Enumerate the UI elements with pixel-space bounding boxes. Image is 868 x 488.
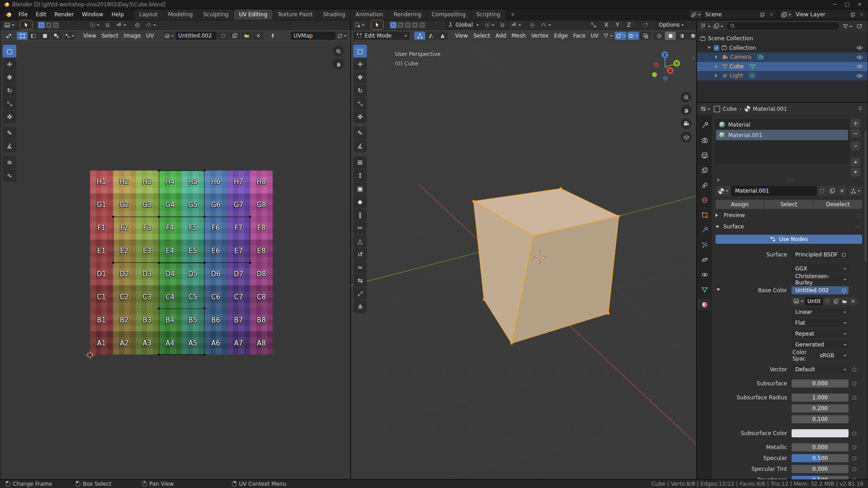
- vp-op-invert[interactable]: [412, 22, 418, 28]
- material-name-field[interactable]: Material.001: [731, 186, 817, 196]
- vp-tool-smooth[interactable]: ≈: [353, 261, 367, 274]
- tab-uv-editing[interactable]: UV Editing: [234, 9, 272, 20]
- uv-select-mode-vertex[interactable]: [17, 32, 28, 40]
- minimize-button[interactable]: ─: [834, 1, 837, 7]
- material-specials-icon[interactable]: [849, 186, 862, 196]
- prop-select[interactable]: Repeat: [792, 330, 849, 338]
- vp-op-intersect[interactable]: [419, 22, 426, 28]
- uv-select-mode-face[interactable]: [39, 32, 50, 40]
- material-copy-icon[interactable]: [827, 186, 837, 196]
- light-data-icon[interactable]: [749, 72, 756, 79]
- vp-tool-scale[interactable]: ⤡: [353, 97, 367, 110]
- vp-menu-select[interactable]: Select: [470, 31, 493, 40]
- shading-material-icon[interactable]: [676, 32, 687, 40]
- prop-number-field[interactable]: 0.000: [792, 465, 849, 473]
- menu-file[interactable]: File: [14, 10, 32, 19]
- uv-active-tool-icon[interactable]: [21, 21, 32, 29]
- view-layer-selector[interactable]: View Layer ×: [780, 10, 866, 19]
- material-deselect-button[interactable]: Deselect: [814, 200, 862, 209]
- breadcrumb-object[interactable]: Cube: [723, 106, 737, 112]
- new-collection-icon[interactable]: [854, 22, 865, 30]
- add-slot-button[interactable]: +: [851, 119, 860, 128]
- properties-tab-material[interactable]: [698, 299, 711, 310]
- properties-tab-object[interactable]: [698, 209, 711, 220]
- mirror-toggle-x[interactable]: X: [601, 21, 612, 29]
- uv-display-channels-icon[interactable]: [337, 32, 347, 40]
- vp-tool-shrink-fatten[interactable]: ⤢: [353, 287, 367, 300]
- tab-modeling[interactable]: Modeling: [163, 9, 198, 20]
- prop-number-field[interactable]: 0.000: [792, 379, 849, 388]
- scene-copy-icon[interactable]: [758, 12, 767, 17]
- vp-op-subtract[interactable]: [404, 22, 411, 28]
- vp-proportional-edit-icon[interactable]: [526, 21, 537, 29]
- open-folder-icon[interactable]: [840, 297, 849, 305]
- properties-editor-type-icon[interactable]: [700, 105, 711, 113]
- select-mode-edge[interactable]: [426, 32, 436, 40]
- uv-zoom-icon[interactable]: [333, 46, 344, 57]
- material-fake-user-icon[interactable]: [817, 186, 827, 196]
- uv-proportional-edit-icon[interactable]: [132, 21, 142, 29]
- outliner-row-camera[interactable]: Camera: [697, 52, 868, 62]
- vp-falloff-icon[interactable]: [539, 21, 552, 29]
- outliner-item-name[interactable]: Camera: [730, 54, 751, 60]
- shading-solid-icon[interactable]: [665, 32, 676, 40]
- uv-tool-move[interactable]: ✥: [3, 71, 16, 84]
- properties-tab-world[interactable]: [698, 194, 711, 205]
- image-copy-icon[interactable]: [229, 32, 240, 40]
- xray-toggle-icon[interactable]: [640, 32, 651, 40]
- tab-compositing[interactable]: Compositing: [427, 9, 470, 20]
- scene-name[interactable]: Scene: [702, 11, 758, 18]
- viewport-canvas[interactable]: ▢✛✥↻⤡✜✎∡⊞↥▣◆∥✂△↺≈⇆⤢⋔: [351, 41, 696, 479]
- uv-select-op-new[interactable]: [38, 22, 45, 28]
- tab-texture-paint[interactable]: Texture Paint: [273, 9, 318, 20]
- fake-user-shield-icon[interactable]: [823, 297, 831, 305]
- uv-tool-grab[interactable]: ≋: [3, 156, 16, 169]
- vp-active-tool-icon[interactable]: [372, 21, 383, 29]
- mirror-toggle-y[interactable]: Y: [612, 21, 623, 29]
- view-layer-name[interactable]: View Layer: [792, 11, 848, 18]
- vp-active-tool-dropdown-icon[interactable]: [354, 21, 365, 29]
- options-dropdown[interactable]: Options: [656, 21, 686, 29]
- tab-rendering[interactable]: Rendering: [389, 9, 426, 20]
- uv-tool-measure[interactable]: ∡: [3, 140, 16, 152]
- outliner-item-name[interactable]: Light: [730, 72, 743, 79]
- outliner-search-input[interactable]: [727, 22, 839, 30]
- eye-icon[interactable]: [856, 73, 866, 78]
- eye-icon[interactable]: [856, 45, 866, 50]
- close-button[interactable]: ×: [858, 1, 862, 7]
- show-object-types-icon[interactable]: [602, 32, 614, 40]
- outliner-row-light[interactable]: Light: [697, 71, 868, 81]
- uv-tool-relax[interactable]: ∿: [3, 169, 16, 182]
- prop-select[interactable]: Default: [792, 365, 849, 374]
- scene-icon[interactable]: [690, 10, 702, 19]
- uv-menu-view[interactable]: View: [81, 31, 99, 40]
- uv-falloff-icon[interactable]: [144, 21, 157, 29]
- uv-pivot-icon[interactable]: [89, 21, 100, 29]
- prop-menu[interactable]: Principled BSDF: [792, 251, 849, 259]
- shading-wireframe-icon[interactable]: [654, 32, 664, 40]
- properties-tab-physics[interactable]: [698, 254, 711, 265]
- prop-image-link[interactable]: Untitled.002: [792, 286, 849, 294]
- uv-menu-select[interactable]: Select: [99, 31, 121, 40]
- vp-menu-face[interactable]: Face: [570, 31, 588, 40]
- menu-render[interactable]: Render: [50, 10, 78, 19]
- vp-menu-uv[interactable]: UV: [588, 31, 601, 40]
- vp-menu-mesh[interactable]: Mesh: [509, 31, 529, 40]
- expander-icon[interactable]: [715, 65, 719, 68]
- material-select-button[interactable]: Select: [764, 200, 813, 209]
- list-filter-expander[interactable]: [717, 178, 721, 182]
- blender-menu-icon[interactable]: [2, 11, 14, 18]
- vp-tool-add-cube[interactable]: ⊞: [353, 156, 367, 169]
- menu-window[interactable]: Window: [78, 10, 107, 19]
- outliner-row-scene-collection[interactable]: Scene Collection: [697, 34, 868, 43]
- select-mode-vertex[interactable]: [414, 32, 425, 40]
- vp-tool-extrude-region[interactable]: ↥: [353, 169, 367, 182]
- overlays-toggle-icon[interactable]: [627, 32, 639, 40]
- vp-tool-inset-faces[interactable]: ▣: [353, 182, 367, 195]
- unlink-icon[interactable]: ×: [849, 297, 857, 305]
- prop-select[interactable]: Generated: [792, 341, 849, 349]
- uv-canvas[interactable]: ▢✛✥↻⤡✜✎∡≋∿ H1H2H3H4H5H6H7H8G1G2G3G4G5G6G…: [0, 41, 350, 479]
- material-browse-icon[interactable]: [716, 186, 731, 196]
- uv-tool-scale[interactable]: ⤡: [3, 97, 16, 110]
- vp-op-new[interactable]: [390, 22, 397, 28]
